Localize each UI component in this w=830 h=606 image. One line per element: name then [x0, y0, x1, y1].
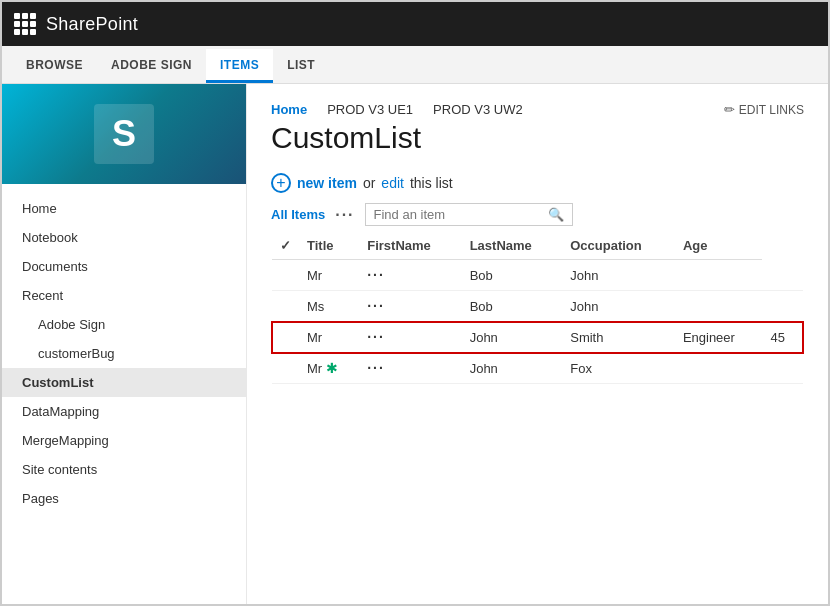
sidebar-nav: Home Notebook Documents Recent Adobe Sig…: [2, 184, 246, 606]
row4-age: [762, 353, 803, 384]
asterisk-icon: ✱: [326, 360, 338, 376]
breadcrumb-prod-v3-uw2[interactable]: PROD V3 UW2: [433, 102, 523, 117]
col-header-check: ✓: [272, 232, 299, 260]
main-layout: S Home Notebook Documents Recent Adobe S…: [2, 84, 828, 606]
col-header-title[interactable]: Title: [299, 232, 359, 260]
row1-ellipsis[interactable]: ···: [359, 260, 461, 291]
row1-firstname: Bob: [462, 260, 563, 291]
new-item-link[interactable]: new item: [297, 175, 357, 191]
col-header-age[interactable]: Age: [675, 232, 763, 260]
row1-check: [272, 260, 299, 291]
row3-title: Mr: [299, 322, 359, 353]
list-toolbar: All Items ··· 🔍: [271, 203, 804, 226]
row2-check: [272, 291, 299, 322]
sidebar-item-pages[interactable]: Pages: [2, 484, 246, 513]
sidebar-item-recent[interactable]: Recent: [2, 281, 246, 310]
row2-ellipsis[interactable]: ···: [359, 291, 461, 322]
waffle-icon[interactable]: [14, 13, 36, 35]
col-header-firstname[interactable]: FirstName: [359, 232, 461, 260]
row4-title: Mr ✱: [299, 353, 359, 384]
sidebar-item-custom-list[interactable]: CustomList: [2, 368, 246, 397]
sidebar-item-adobe-sign[interactable]: Adobe Sign: [2, 310, 246, 339]
row3-ellipsis[interactable]: ···: [359, 322, 461, 353]
breadcrumb-home[interactable]: Home: [271, 102, 307, 117]
sidebar-item-site-contents[interactable]: Site contents: [2, 455, 246, 484]
tab-browse[interactable]: BROWSE: [12, 49, 97, 83]
search-icon[interactable]: 🔍: [548, 207, 564, 222]
row2-occupation: [675, 291, 763, 322]
sidebar-item-notebook[interactable]: Notebook: [2, 223, 246, 252]
table-row: Mr ··· Bob John: [272, 260, 803, 291]
row2-lastname: John: [562, 291, 675, 322]
sidebar-item-documents[interactable]: Documents: [2, 252, 246, 281]
col-header-occupation[interactable]: Occupation: [562, 232, 675, 260]
logo-letter: S: [112, 113, 136, 155]
sidebar-item-home[interactable]: Home: [2, 194, 246, 223]
row4-ellipsis[interactable]: ···: [359, 353, 461, 384]
row2-age: [762, 291, 803, 322]
table-row: Mr ✱ ··· John Fox: [272, 353, 803, 384]
row3-occupation: Engineer: [675, 322, 763, 353]
breadcrumb-prod-v3-ue1[interactable]: PROD V3 UE1: [327, 102, 413, 117]
sidebar-item-merge-mapping[interactable]: MergeMapping: [2, 426, 246, 455]
or-text: or: [363, 175, 375, 191]
all-items-link[interactable]: All Items: [271, 207, 325, 222]
page-title: CustomList: [271, 121, 804, 155]
sidebar-logo: S: [2, 84, 246, 184]
row4-firstname: John: [462, 353, 563, 384]
new-item-bar: + new item or edit this list: [271, 173, 804, 193]
row1-title: Mr: [299, 260, 359, 291]
row3-firstname: John: [462, 322, 563, 353]
view-options-button[interactable]: ···: [335, 206, 354, 224]
logo-circle: S: [94, 104, 154, 164]
row2-title: Ms: [299, 291, 359, 322]
content-area: Home PROD V3 UE1 PROD V3 UW2 ✏ EDIT LINK…: [247, 84, 828, 606]
breadcrumb: Home PROD V3 UE1 PROD V3 UW2 ✏ EDIT LINK…: [271, 102, 804, 117]
row1-age: [762, 260, 803, 291]
edit-links-button[interactable]: ✏ EDIT LINKS: [724, 102, 804, 117]
sidebar-item-customer-bug[interactable]: customerBug: [2, 339, 246, 368]
tab-adobe-sign[interactable]: ADOBE SIGN: [97, 49, 206, 83]
app-title: SharePoint: [46, 14, 138, 35]
row3-check: [272, 322, 299, 353]
table-header-row: ✓ Title FirstName LastName Occupation Ag…: [272, 232, 803, 260]
row4-check: [272, 353, 299, 384]
col-header-lastname[interactable]: LastName: [462, 232, 563, 260]
row4-lastname: Fox: [562, 353, 675, 384]
table-row: Ms ··· Bob John: [272, 291, 803, 322]
top-bar: SharePoint: [2, 2, 828, 46]
row4-occupation: [675, 353, 763, 384]
row1-occupation: [675, 260, 763, 291]
tab-items[interactable]: ITEMS: [206, 49, 273, 83]
new-item-icon[interactable]: +: [271, 173, 291, 193]
search-input[interactable]: [374, 207, 542, 222]
edit-list-link[interactable]: edit: [381, 175, 404, 191]
this-list-text: this list: [410, 175, 453, 191]
sidebar: S Home Notebook Documents Recent Adobe S…: [2, 84, 247, 606]
row3-age: 45: [762, 322, 803, 353]
search-box: 🔍: [365, 203, 573, 226]
ribbon: BROWSE ADOBE SIGN ITEMS LIST: [2, 46, 828, 84]
table-row-highlighted: Mr ··· John Smith Engineer 45: [272, 322, 803, 353]
row2-firstname: Bob: [462, 291, 563, 322]
sidebar-item-data-mapping[interactable]: DataMapping: [2, 397, 246, 426]
edit-links-label: EDIT LINKS: [739, 103, 804, 117]
row3-lastname: Smith: [562, 322, 675, 353]
tab-list[interactable]: LIST: [273, 49, 329, 83]
list-table: ✓ Title FirstName LastName Occupation Ag…: [271, 232, 804, 384]
pencil-icon: ✏: [724, 102, 735, 117]
row1-lastname: John: [562, 260, 675, 291]
